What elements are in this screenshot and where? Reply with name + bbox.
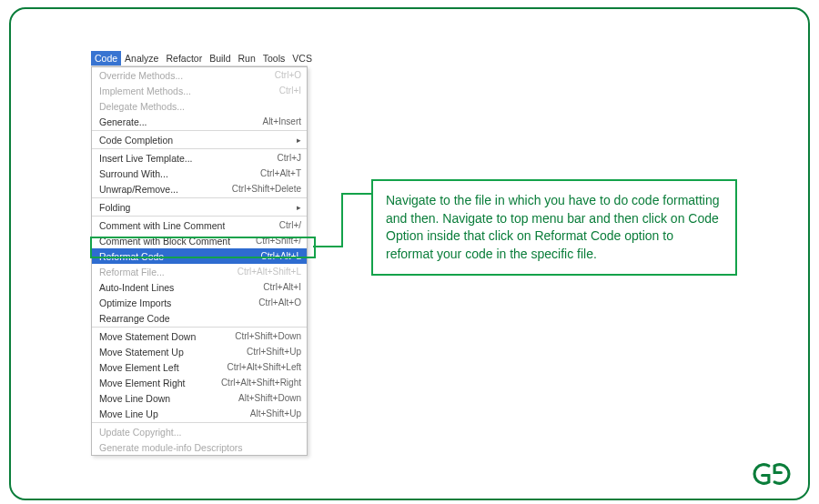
label: Move Statement Down	[99, 331, 196, 342]
item-delegate-methods[interactable]: Delegate Methods...	[92, 98, 307, 114]
item-insert-live-template[interactable]: Insert Live Template... Ctrl+J	[92, 150, 307, 166]
item-reformat-code[interactable]: Reformat Code Ctrl+Alt+L	[92, 248, 307, 264]
item-move-statement-up[interactable]: Move Statement Up Ctrl+Shift+Up	[92, 344, 307, 359]
label: Reformat Code	[99, 251, 164, 262]
top-menubar: Code Analyze Refactor Build Run Tools VC…	[91, 51, 308, 66]
shortcut: Ctrl+Alt+T	[255, 168, 301, 178]
item-code-completion[interactable]: Code Completion ▸	[92, 132, 307, 147]
shortcut: Ctrl+Alt+Shift+Left	[222, 362, 301, 372]
gfg-logo	[748, 460, 795, 488]
label: Comment with Block Comment	[99, 236, 230, 247]
item-implement-methods[interactable]: Implement Methods... Ctrl+I	[92, 83, 307, 98]
instruction-callout: Navigate to the file in which you have t…	[371, 179, 737, 276]
item-override-methods[interactable]: Override Methods... Ctrl+O	[92, 67, 307, 83]
item-comment-block[interactable]: Comment with Block Comment Ctrl+Shift+/	[92, 233, 307, 248]
menu-tools[interactable]: Tools	[259, 51, 289, 66]
item-comment-line[interactable]: Comment with Line Comment Ctrl+/	[92, 217, 307, 233]
label: Auto-Indent Lines	[99, 282, 174, 293]
shortcut: Ctrl+O	[269, 70, 301, 80]
label: Move Statement Up	[99, 347, 184, 358]
label: Generate...	[99, 116, 147, 127]
label: Comment with Line Comment	[99, 220, 225, 231]
label: Move Line Down	[99, 393, 170, 404]
label: Update Copyright...	[99, 427, 181, 438]
item-auto-indent[interactable]: Auto-Indent Lines Ctrl+Alt+I	[92, 279, 307, 295]
label: Override Methods...	[99, 70, 183, 81]
shortcut: Alt+Shift+Down	[233, 393, 301, 403]
label: Code Completion	[99, 135, 173, 146]
shortcut: Alt+Shift+Up	[245, 408, 301, 418]
label: Generate module-info Descriptors	[99, 442, 243, 453]
shortcut: Ctrl+Alt+L	[256, 251, 301, 261]
label: Implement Methods...	[99, 86, 191, 96]
item-move-element-left[interactable]: Move Element Left Ctrl+Alt+Shift+Left	[92, 359, 307, 375]
item-move-statement-down[interactable]: Move Statement Down Ctrl+Shift+Down	[92, 328, 307, 344]
menu-build[interactable]: Build	[206, 51, 234, 66]
shortcut: Ctrl+Shift+Down	[229, 331, 301, 341]
item-move-line-up[interactable]: Move Line Up Alt+Shift+Up	[92, 406, 307, 421]
label: Move Element Left	[99, 362, 179, 373]
label: Insert Live Template...	[99, 153, 193, 164]
label: Move Line Up	[99, 408, 158, 419]
label: Folding	[99, 202, 130, 213]
menu-vcs[interactable]: VCS	[288, 51, 316, 66]
item-move-line-down[interactable]: Move Line Down Alt+Shift+Down	[92, 390, 307, 406]
ide-code-menu: Code Analyze Refactor Build Run Tools VC…	[91, 51, 308, 456]
label: Delegate Methods...	[99, 101, 185, 112]
label: Reformat File...	[99, 267, 165, 277]
item-unwrap-remove[interactable]: Unwrap/Remove... Ctrl+Shift+Delete	[92, 181, 307, 197]
shortcut: Ctrl+Alt+O	[253, 297, 301, 307]
shortcut: Ctrl+Shift+/	[250, 236, 301, 246]
label: Rearrange Code	[99, 313, 170, 324]
menu-code[interactable]: Code	[91, 51, 121, 66]
label: Surround With...	[99, 168, 168, 179]
menu-refactor[interactable]: Refactor	[162, 51, 206, 66]
callout-text: Navigate to the file in which you have t…	[386, 193, 720, 261]
shortcut: Ctrl+Alt+Shift+L	[232, 267, 301, 277]
label: Unwrap/Remove...	[99, 184, 178, 195]
item-optimize-imports[interactable]: Optimize Imports Ctrl+Alt+O	[92, 295, 307, 310]
shortcut: Ctrl+Alt+I	[258, 282, 301, 292]
label: Move Element Right	[99, 378, 186, 388]
menu-run[interactable]: Run	[235, 51, 259, 66]
item-folding[interactable]: Folding ▸	[92, 199, 307, 215]
shortcut: Alt+Insert	[257, 116, 301, 126]
submenu-arrow-icon: ▸	[291, 203, 301, 212]
item-rearrange-code[interactable]: Rearrange Code	[92, 310, 307, 326]
item-generate-module-info[interactable]: Generate module-info Descriptors	[92, 439, 307, 455]
separator	[92, 216, 307, 217]
separator	[92, 130, 307, 131]
shortcut: Ctrl+J	[272, 153, 301, 163]
item-move-element-right[interactable]: Move Element Right Ctrl+Alt+Shift+Right	[92, 375, 307, 390]
item-update-copyright[interactable]: Update Copyright...	[92, 424, 307, 439]
item-generate[interactable]: Generate... Alt+Insert	[92, 114, 307, 129]
shortcut: Ctrl+Alt+Shift+Right	[216, 378, 301, 388]
label: Optimize Imports	[99, 297, 171, 308]
shortcut: Ctrl+I	[274, 86, 301, 96]
shortcut: Ctrl+Shift+Up	[241, 347, 301, 357]
submenu-arrow-icon: ▸	[291, 136, 301, 145]
separator	[92, 197, 307, 198]
shortcut: Ctrl+/	[274, 220, 301, 230]
menu-analyze[interactable]: Analyze	[121, 51, 162, 66]
separator	[92, 148, 307, 149]
item-surround-with[interactable]: Surround With... Ctrl+Alt+T	[92, 166, 307, 181]
code-dropdown: Override Methods... Ctrl+O Implement Met…	[91, 66, 308, 456]
separator	[92, 422, 307, 423]
item-reformat-file[interactable]: Reformat File... Ctrl+Alt+Shift+L	[92, 264, 307, 279]
shortcut: Ctrl+Shift+Delete	[227, 184, 301, 194]
separator	[92, 327, 307, 328]
